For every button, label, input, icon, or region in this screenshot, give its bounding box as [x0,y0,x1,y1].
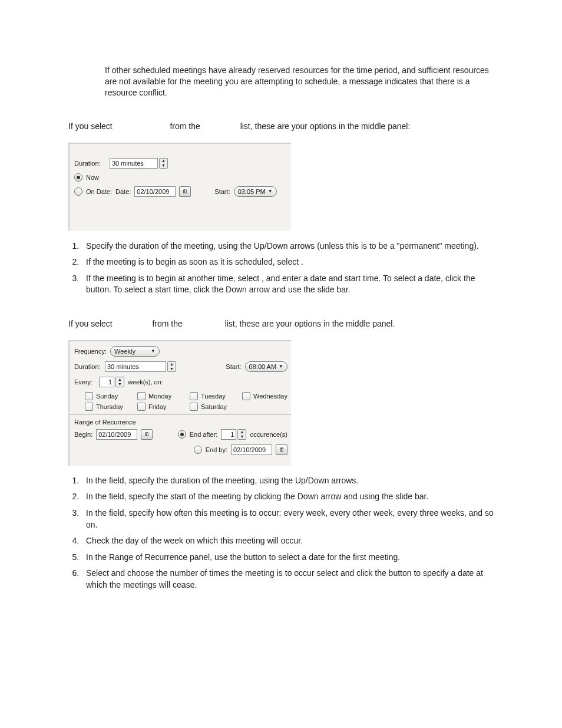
chevron-down-icon: ▼ [151,348,156,354]
start-time-value: 08:00 AM [249,363,276,370]
day-checkbox[interactable] [190,403,198,411]
day-checkbox[interactable] [85,403,93,411]
begin-label: Begin: [74,431,92,438]
stepper-arrows-icon[interactable]: ▲▼ [159,158,168,169]
list-item: Check the day of the week on which this … [81,535,494,547]
frequency-value: Weekly [114,348,135,355]
list-item: In the field, specify the start of the m… [81,491,494,503]
calendar-icon[interactable]: 🗓 [179,186,191,197]
text: from the [152,319,182,328]
chevron-down-icon: ▼ [279,364,283,369]
day-label: Saturday [201,403,227,410]
day-label: Tuesday [201,393,226,400]
stepper-arrows-icon[interactable]: ▲▼ [167,361,176,372]
every-value[interactable]: 1 [99,377,114,387]
every-spinner[interactable]: 1 ▲▼ [99,377,124,387]
day-grid: Sunday Monday Tuesday Wednesday Thursday… [85,392,287,411]
panel-a: Duration: 30 minutes ▲▼ Now On Date: Dat… [68,143,291,231]
section-a-lead: If you select from the list, these are y… [68,121,494,132]
duration-value[interactable]: 30 minutes [105,361,166,372]
day-label: Monday [148,393,171,400]
stepper-arrows-icon[interactable]: ▲▼ [115,377,124,387]
text: list, these are your options in the midd… [240,121,411,131]
section-b-steps: In the field, specify the duration of th… [68,475,494,591]
day-label: Sunday [96,393,118,400]
end-after-label: End after: [190,431,218,438]
duration-label: Duration: [74,363,101,370]
occurrences-spinner[interactable]: 1 ▲▼ [221,429,246,440]
date-input[interactable]: 02/10/2009 [134,186,176,197]
every-label: Every: [74,378,95,386]
start-label: Start: [226,363,241,370]
day-checkbox[interactable] [190,392,198,400]
section-b-lead: If you select from the list, these are y… [68,318,494,330]
calendar-icon[interactable]: 🗓 [141,429,153,440]
list-item: In the Range of Recurrence panel, use th… [81,552,494,564]
frequency-dropdown[interactable]: Weekly ▼ [110,346,160,357]
end-by-radio[interactable] [194,446,202,454]
end-by-date-input[interactable]: 02/10/2009 [231,444,272,455]
day-checkbox[interactable] [85,392,93,400]
now-radio[interactable] [74,173,82,182]
end-after-radio[interactable] [178,430,186,439]
range-subpanel: Range of Recurrence Begin: 02/10/2009 🗓 … [70,414,291,455]
now-label: Now [86,174,99,181]
start-label: Start: [214,188,230,195]
end-by-label: End by: [206,446,227,453]
page-content: If other scheduled meetings have already… [0,0,562,631]
ondate-label: On Date: [86,188,112,195]
duration-spinner[interactable]: 30 minutes ▲▼ [110,158,168,169]
chevron-down-icon: ▼ [268,189,273,194]
calendar-icon[interactable]: 🗓 [276,444,287,455]
text: If you select [68,121,113,131]
day-label: Thursday [96,403,123,410]
day-checkbox[interactable] [137,403,146,411]
list-item: In the field, specify the duration of th… [81,475,494,487]
section-a-steps: Specify the duration of the meeting, usi… [68,241,494,296]
end-after-value[interactable]: 1 [221,429,236,440]
frequency-label: Frequency: [74,348,107,355]
day-label: Wednesday [253,393,287,400]
ondate-radio[interactable] [74,187,82,196]
list-item: If the meeting is to begin as soon as it… [81,256,494,268]
day-checkbox[interactable] [242,392,250,400]
date-label: Date: [115,188,131,195]
begin-date-input[interactable]: 02/10/2009 [96,429,137,440]
text: If you select [68,319,113,328]
list-item: In the field, specify how often this mee… [81,508,494,531]
range-title: Range of Recurrence [74,419,287,426]
weeks-on-label: week(s), on: [128,378,163,386]
day-label: Friday [148,403,167,410]
duration-spinner[interactable]: 30 minutes ▲▼ [105,361,176,372]
start-time-dropdown[interactable]: 08:00 AM ▼ [245,361,287,372]
list-item: Select and choose the number of times th… [81,568,494,591]
panel-b: Frequency: Weekly ▼ Duration: 30 minutes… [68,340,291,466]
list-item: If the meeting is to begin at another ti… [81,273,494,296]
occurrences-label: occurence(s) [250,431,287,438]
start-time-dropdown[interactable]: 03:05 PM ▼ [234,186,277,197]
start-time-value: 03:05 PM [238,188,266,195]
duration-label: Duration: [74,160,106,167]
text: from the [170,121,200,131]
text: list, these are your options in the midd… [225,319,395,328]
list-item: Specify the duration of the meeting, usi… [81,241,494,252]
duration-value[interactable]: 30 minutes [110,158,158,169]
stepper-arrows-icon[interactable]: ▲▼ [237,429,246,440]
intro-paragraph: If other scheduled meetings have already… [105,65,494,98]
day-checkbox[interactable] [137,392,146,400]
